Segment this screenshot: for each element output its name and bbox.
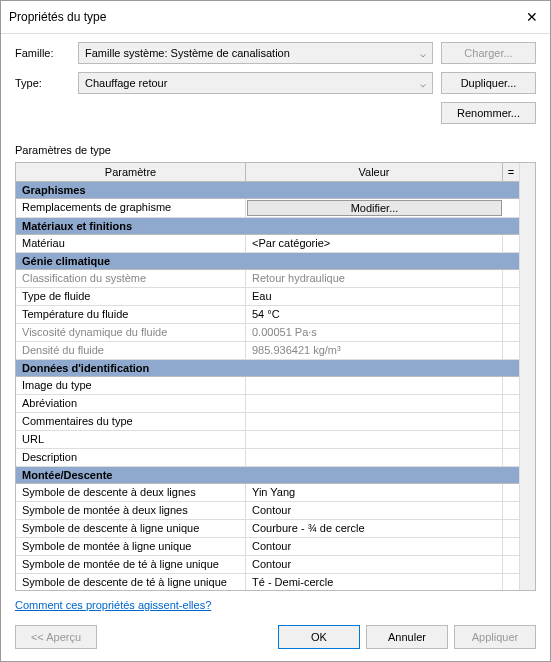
table-row[interactable]: Symbole de descente à ligne uniqueCourbu…	[16, 520, 519, 538]
value-cell[interactable]: Retour hydraulique	[246, 270, 503, 287]
table-row[interactable]: Densité du fluide985.936421 kg/m³	[16, 342, 519, 360]
value-cell[interactable]	[246, 413, 503, 430]
scrollbar[interactable]	[519, 163, 535, 590]
eq-cell	[503, 484, 519, 501]
eq-cell	[503, 520, 519, 537]
params-grid[interactable]: Paramètre Valeur = GraphismesRemplacemen…	[16, 163, 519, 590]
close-icon[interactable]: ✕	[522, 7, 542, 27]
table-row[interactable]: Symbole de descente de té à ligne unique…	[16, 574, 519, 590]
table-row[interactable]: Viscosité dynamique du fluide0.00051 Pa·…	[16, 324, 519, 342]
group-header[interactable]: Graphismes	[16, 182, 519, 199]
group-header[interactable]: Matériaux et finitions	[16, 218, 519, 235]
param-cell: Image du type	[16, 377, 246, 394]
type-label: Type:	[15, 77, 70, 89]
eq-cell	[503, 342, 519, 359]
eq-cell	[503, 538, 519, 555]
group-header[interactable]: Montée/Descente	[16, 467, 519, 484]
eq-cell	[503, 306, 519, 323]
value-cell[interactable]: Yin Yang	[246, 484, 503, 501]
type-properties-dialog: Propriétés du type ✕ Famille: Famille sy…	[0, 0, 551, 662]
dialog-title: Propriétés du type	[9, 10, 106, 24]
param-cell: Symbole de descente à deux lignes	[16, 484, 246, 501]
family-combo[interactable]: Famille système: Système de canalisation	[78, 42, 433, 64]
duplicate-button[interactable]: Dupliquer...	[441, 72, 536, 94]
rename-button[interactable]: Renommer...	[441, 102, 536, 124]
col-header-param[interactable]: Paramètre	[16, 163, 246, 181]
param-cell: Type de fluide	[16, 288, 246, 305]
table-row[interactable]: Température du fluide54 °C	[16, 306, 519, 324]
family-value: Famille système: Système de canalisation	[85, 47, 290, 59]
param-cell: Symbole de descente de té à ligne unique	[16, 574, 246, 590]
type-combo[interactable]: Chauffage retour	[78, 72, 433, 94]
titlebar: Propriétés du type ✕	[1, 1, 550, 34]
value-cell[interactable]: Contour	[246, 556, 503, 573]
param-cell: Matériau	[16, 235, 246, 252]
param-cell: Densité du fluide	[16, 342, 246, 359]
value-cell[interactable]: 985.936421 kg/m³	[246, 342, 503, 359]
eq-cell	[503, 502, 519, 519]
top-form: Famille: Famille système: Système de can…	[1, 34, 550, 136]
params-section-label: Paramètres de type	[1, 140, 550, 160]
table-row[interactable]: Symbole de montée à deux lignesContour	[16, 502, 519, 520]
table-row[interactable]: Type de fluideEau	[16, 288, 519, 306]
param-cell: Symbole de montée à ligne unique	[16, 538, 246, 555]
eq-cell	[503, 574, 519, 590]
eq-cell	[503, 413, 519, 430]
value-cell[interactable]: <Par catégorie>	[246, 235, 503, 252]
eq-cell	[503, 449, 519, 466]
table-row[interactable]: Matériau<Par catégorie>	[16, 235, 519, 253]
table-row[interactable]: URL	[16, 431, 519, 449]
eq-cell	[503, 395, 519, 412]
eq-cell	[503, 377, 519, 394]
table-row[interactable]: Commentaires du type	[16, 413, 519, 431]
value-cell[interactable]: Contour	[246, 538, 503, 555]
param-cell: Classification du système	[16, 270, 246, 287]
value-cell[interactable]	[246, 449, 503, 466]
value-cell[interactable]: 54 °C	[246, 306, 503, 323]
cancel-button[interactable]: Annuler	[366, 625, 448, 649]
table-row[interactable]: Remplacements de graphismeModifier...	[16, 199, 519, 218]
col-header-value[interactable]: Valeur	[246, 163, 503, 181]
param-cell: Symbole de montée de té à ligne unique	[16, 556, 246, 573]
value-cell[interactable]: Contour	[246, 502, 503, 519]
type-value: Chauffage retour	[85, 77, 167, 89]
param-cell: URL	[16, 431, 246, 448]
ok-button[interactable]: OK	[278, 625, 360, 649]
table-row[interactable]: Symbole de montée à ligne uniqueContour	[16, 538, 519, 556]
edit-button[interactable]: Modifier...	[247, 200, 502, 216]
value-cell[interactable]	[246, 377, 503, 394]
apply-button: Appliquer	[454, 625, 536, 649]
value-cell[interactable]: Té - Demi-cercle	[246, 574, 503, 590]
preview-button: << Aperçu	[15, 625, 97, 649]
param-cell: Commentaires du type	[16, 413, 246, 430]
eq-cell	[503, 288, 519, 305]
help-link[interactable]: Comment ces propriétés agissent-elles?	[15, 599, 211, 611]
grid-header: Paramètre Valeur =	[16, 163, 519, 182]
table-row[interactable]: Image du type	[16, 377, 519, 395]
params-grid-wrap: Paramètre Valeur = GraphismesRemplacemen…	[15, 162, 536, 591]
table-row[interactable]: Classification du systèmeRetour hydrauli…	[16, 270, 519, 288]
param-cell: Température du fluide	[16, 306, 246, 323]
eq-cell	[503, 431, 519, 448]
eq-cell	[503, 556, 519, 573]
eq-cell	[503, 199, 519, 217]
value-cell[interactable]: 0.00051 Pa·s	[246, 324, 503, 341]
eq-cell	[503, 235, 519, 252]
table-row[interactable]: Description	[16, 449, 519, 467]
col-header-eq[interactable]: =	[503, 163, 519, 181]
value-cell[interactable]: Eau	[246, 288, 503, 305]
table-row[interactable]: Abréviation	[16, 395, 519, 413]
param-cell: Abréviation	[16, 395, 246, 412]
group-header[interactable]: Génie climatique	[16, 253, 519, 270]
value-cell[interactable]	[246, 431, 503, 448]
table-row[interactable]: Symbole de descente à deux lignesYin Yan…	[16, 484, 519, 502]
footer-link-area: Comment ces propriétés agissent-elles?	[1, 591, 550, 619]
value-cell[interactable]: Courbure - ¾ de cercle	[246, 520, 503, 537]
param-cell: Remplacements de graphisme	[16, 199, 246, 217]
param-cell: Symbole de montée à deux lignes	[16, 502, 246, 519]
group-header[interactable]: Données d'identification	[16, 360, 519, 377]
value-cell[interactable]	[246, 395, 503, 412]
param-cell: Viscosité dynamique du fluide	[16, 324, 246, 341]
family-label: Famille:	[15, 47, 70, 59]
table-row[interactable]: Symbole de montée de té à ligne uniqueCo…	[16, 556, 519, 574]
